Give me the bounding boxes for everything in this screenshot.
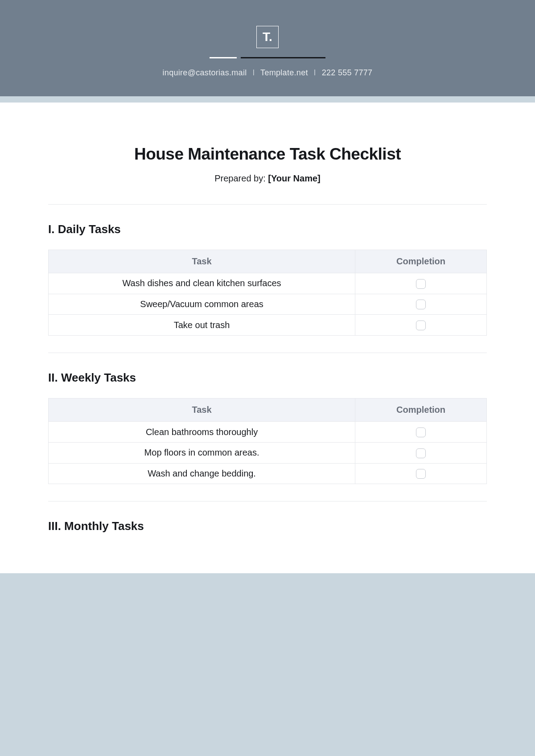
page-title: House Maintenance Task Checklist bbox=[48, 145, 487, 164]
contact-line: inquire@castorias.mail l Template.net l … bbox=[0, 68, 535, 78]
separator-icon: l bbox=[253, 68, 255, 77]
logo-icon: T. bbox=[256, 26, 279, 48]
task-cell: Wash dishes and clean kitchen surfaces bbox=[49, 273, 355, 294]
completion-cell bbox=[355, 315, 487, 336]
title-divider bbox=[48, 204, 487, 205]
header-divider bbox=[210, 57, 325, 58]
divider-black-segment bbox=[241, 57, 325, 58]
checkbox-icon[interactable] bbox=[416, 427, 426, 437]
prepared-by-value: [Your Name] bbox=[268, 173, 320, 183]
table-header-completion: Completion bbox=[355, 250, 487, 273]
task-cell: Wash and change bedding. bbox=[49, 463, 355, 484]
table-header-completion: Completion bbox=[355, 399, 487, 422]
prepared-by-line: Prepared by: [Your Name] bbox=[48, 173, 487, 184]
completion-cell bbox=[355, 442, 487, 463]
table-row: Wash dishes and clean kitchen surfaces bbox=[49, 273, 487, 294]
checkbox-icon[interactable] bbox=[416, 320, 426, 330]
table-row: Take out trash bbox=[49, 315, 487, 336]
table-row: Clean bathrooms thoroughly bbox=[49, 422, 487, 443]
document-page: T. inquire@castorias.mail l Template.net… bbox=[0, 0, 535, 573]
header-banner: T. inquire@castorias.mail l Template.net… bbox=[0, 0, 535, 96]
spacer-bar bbox=[0, 96, 535, 103]
checkbox-icon[interactable] bbox=[416, 448, 426, 458]
section-divider bbox=[48, 353, 487, 353]
section-title: III. Monthly Tasks bbox=[48, 519, 487, 533]
separator-icon: l bbox=[314, 68, 316, 77]
section-title: I. Daily Tasks bbox=[48, 222, 487, 236]
contact-phone: 222 555 7777 bbox=[322, 68, 373, 77]
completion-cell bbox=[355, 294, 487, 315]
content-area: House Maintenance Task Checklist Prepare… bbox=[0, 103, 535, 573]
checkbox-icon[interactable] bbox=[416, 279, 426, 289]
task-cell: Mop floors in common areas. bbox=[49, 442, 355, 463]
task-cell: Take out trash bbox=[49, 315, 355, 336]
completion-cell bbox=[355, 422, 487, 443]
section-monthly-tasks: III. Monthly Tasks bbox=[48, 519, 487, 533]
completion-cell bbox=[355, 463, 487, 484]
task-table-daily: Task Completion Wash dishes and clean ki… bbox=[48, 250, 487, 336]
divider-white-segment bbox=[210, 57, 237, 58]
completion-cell bbox=[355, 273, 487, 294]
table-row: Wash and change bedding. bbox=[49, 463, 487, 484]
contact-site: Template.net bbox=[260, 68, 308, 77]
section-divider bbox=[48, 501, 487, 501]
checkbox-icon[interactable] bbox=[416, 469, 426, 479]
prepared-by-label: Prepared by: bbox=[214, 173, 268, 183]
section-daily-tasks: I. Daily Tasks Task Completion Wash dish… bbox=[48, 222, 487, 353]
contact-email: inquire@castorias.mail bbox=[163, 68, 247, 77]
task-cell: Sweep/Vacuum common areas bbox=[49, 294, 355, 315]
logo-text: T. bbox=[263, 30, 272, 44]
task-table-weekly: Task Completion Clean bathrooms thorough… bbox=[48, 398, 487, 484]
task-cell: Clean bathrooms thoroughly bbox=[49, 422, 355, 443]
checkbox-icon[interactable] bbox=[416, 300, 426, 309]
table-header-task: Task bbox=[49, 250, 355, 273]
table-header-task: Task bbox=[49, 399, 355, 422]
section-weekly-tasks: II. Weekly Tasks Task Completion Clean b… bbox=[48, 371, 487, 501]
table-row: Mop floors in common areas. bbox=[49, 442, 487, 463]
table-row: Sweep/Vacuum common areas bbox=[49, 294, 487, 315]
section-title: II. Weekly Tasks bbox=[48, 371, 487, 385]
